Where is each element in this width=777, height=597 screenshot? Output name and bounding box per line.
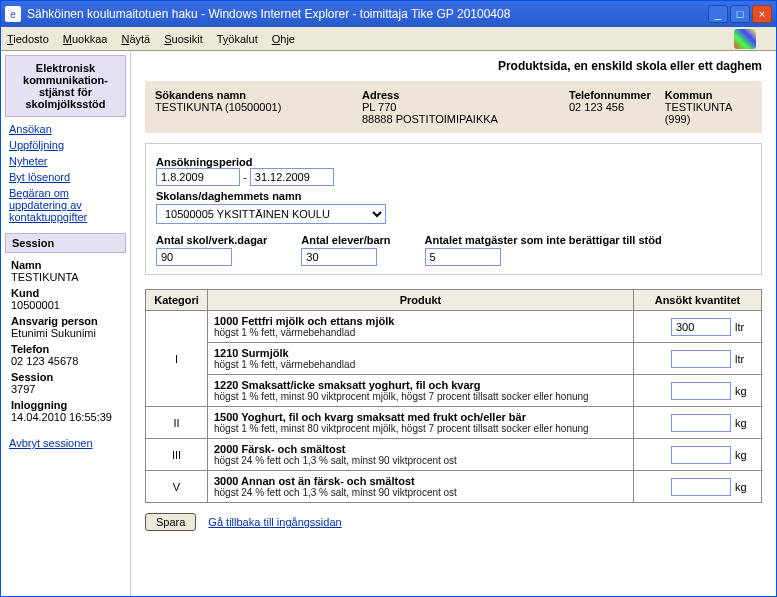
product-cell: 2000 Färsk- och smältosthögst 24 % fett … [208, 439, 634, 471]
session-label: Inloggning [11, 399, 120, 411]
session-value: 14.04.2010 16:55:39 [11, 411, 120, 423]
applicant-muni-label: Kommun [665, 89, 752, 101]
session-label: Kund [11, 287, 120, 299]
menubar: Tiedosto Muokkaa Näytä Suosikit Työkalut… [1, 27, 776, 51]
product-name: 1500 Yoghurt, fil och kvarg smaksatt med… [214, 411, 627, 423]
table-row: III2000 Färsk- och smältosthögst 24 % fe… [146, 439, 762, 471]
maximize-button[interactable]: □ [730, 5, 750, 23]
session-heading: Session [5, 233, 126, 253]
applicant-name-value: TESTIKUNTA (10500001) [155, 101, 338, 113]
product-desc: högst 24 % fett och 1,3 % salt, minst 90… [214, 455, 627, 466]
product-desc: högst 1 % fett, minst 90 viktprocent mjö… [214, 391, 627, 402]
period-to-input[interactable] [250, 168, 334, 186]
back-link[interactable]: Gå tillbaka till ingångssidan [208, 516, 341, 528]
product-desc: högst 1 % fett, minst 80 viktprocent mjö… [214, 423, 627, 434]
quantity-cell: kg [634, 471, 762, 503]
product-desc: högst 24 % fett och 1,3 % salt, minst 90… [214, 487, 627, 498]
applicant-address-label: Adress [362, 89, 545, 101]
products-table: Kategori Produkt Ansökt kvantitet I1000 … [145, 289, 762, 503]
app-icon: e [5, 6, 21, 22]
category-cell: II [146, 407, 208, 439]
quantity-input[interactable] [671, 414, 731, 432]
th-quantity: Ansökt kvantitet [634, 290, 762, 311]
sidebar-link-0[interactable]: Ansökan [5, 121, 126, 137]
table-row: I1000 Fettfri mjölk och ettans mjölkhögs… [146, 311, 762, 343]
quantity-input[interactable] [671, 382, 731, 400]
menu-view[interactable]: Näytä [121, 33, 150, 45]
product-desc: högst 1 % fett, värmebehandlad [214, 359, 627, 370]
category-cell: III [146, 439, 208, 471]
table-row: II1500 Yoghurt, fil och kvarg smaksatt m… [146, 407, 762, 439]
sidebar-link-1[interactable]: Uppföljning [5, 137, 126, 153]
session-value: 10500001 [11, 299, 120, 311]
school-label: Skolans/daghemmets namn [156, 190, 751, 202]
minimize-button[interactable]: _ [708, 5, 728, 23]
page-title: Produktsida, en enskild skola eller ett … [145, 59, 762, 73]
table-row: 1220 Smaksatt/icke smaksatt yoghurt, fil… [146, 375, 762, 407]
menu-favorites[interactable]: Suosikit [164, 33, 203, 45]
table-row: V3000 Annan ost än färsk- och smältosthö… [146, 471, 762, 503]
save-button[interactable]: Spara [145, 513, 196, 531]
category-cell: V [146, 471, 208, 503]
product-name: 2000 Färsk- och smältost [214, 443, 627, 455]
end-session-link[interactable]: Avbryt sessionen [9, 437, 93, 449]
days-input[interactable] [156, 248, 232, 266]
quantity-cell: kg [634, 375, 762, 407]
menu-help[interactable]: Ohje [272, 33, 295, 45]
session-value: 02 123 45678 [11, 355, 120, 367]
unit-label: kg [735, 417, 755, 429]
product-cell: 1210 Surmjölkhögst 1 % fett, värmebehand… [208, 343, 634, 375]
unit-label: ltr [735, 353, 755, 365]
applicant-address-line2: 88888 POSTITOIMIPAIKKA [362, 113, 545, 125]
applicant-address-line1: PL 770 [362, 101, 545, 113]
days-label: Antal skol/verk.dagar [156, 234, 267, 246]
sidebar-link-3[interactable]: Byt lösenord [5, 169, 126, 185]
session-value: TESTIKUNTA [11, 271, 120, 283]
period-label: Ansökningsperiod [156, 156, 751, 168]
quantity-input[interactable] [671, 446, 731, 464]
quantity-input[interactable] [671, 478, 731, 496]
product-desc: högst 1 % fett, värmebehandlad [214, 327, 627, 338]
product-cell: 3000 Annan ost än färsk- och smältosthög… [208, 471, 634, 503]
product-name: 1000 Fettfri mjölk och ettans mjölk [214, 315, 627, 327]
sidebar-link-4[interactable]: Begäran om uppdatering av kontaktuppgift… [5, 185, 126, 225]
category-cell: I [146, 311, 208, 407]
applicant-phone-value: 02 123 456 [569, 101, 651, 113]
children-input[interactable] [301, 248, 377, 266]
close-button[interactable]: × [752, 5, 772, 23]
quantity-cell: kg [634, 407, 762, 439]
quantity-input[interactable] [671, 318, 731, 336]
applicant-phone-label: Telefonnummer [569, 89, 651, 101]
menu-file[interactable]: Tiedosto [7, 33, 49, 45]
session-label: Session [11, 371, 120, 383]
session-label: Telefon [11, 343, 120, 355]
quantity-cell: ltr [634, 311, 762, 343]
quantity-cell: kg [634, 439, 762, 471]
quantity-cell: ltr [634, 343, 762, 375]
applicant-muni-value: TESTIKUNTA (999) [665, 101, 752, 125]
product-cell: 1500 Yoghurt, fil och kvarg smaksatt med… [208, 407, 634, 439]
sidebar-heading: Elektronisk kommunikation-stjänst för sk… [5, 55, 126, 117]
unit-label: kg [735, 385, 755, 397]
session-label: Ansvarig person [11, 315, 120, 327]
nonelig-input[interactable] [425, 248, 501, 266]
period-sep: - [243, 171, 247, 183]
nonelig-label: Antalet matgäster som inte berättigar ti… [425, 234, 751, 246]
product-name: 1210 Surmjölk [214, 347, 627, 359]
th-category: Kategori [146, 290, 208, 311]
session-label: Namn [11, 259, 120, 271]
sidebar-link-2[interactable]: Nyheter [5, 153, 126, 169]
unit-label: ltr [735, 321, 755, 333]
applicant-name-label: Sökandens namn [155, 89, 338, 101]
applicant-box: Sökandens namn TESTIKUNTA (10500001) Adr… [145, 81, 762, 133]
product-cell: 1000 Fettfri mjölk och ettans mjölkhögst… [208, 311, 634, 343]
menu-edit[interactable]: Muokkaa [63, 33, 108, 45]
quantity-input[interactable] [671, 350, 731, 368]
period-from-input[interactable] [156, 168, 240, 186]
school-select[interactable]: 10500005 YKSITTÄINEN KOULU [156, 204, 386, 224]
table-row: 1210 Surmjölkhögst 1 % fett, värmebehand… [146, 343, 762, 375]
menu-tools[interactable]: Työkalut [217, 33, 258, 45]
unit-label: kg [735, 449, 755, 461]
product-name: 3000 Annan ost än färsk- och smältost [214, 475, 627, 487]
session-value: 3797 [11, 383, 120, 395]
